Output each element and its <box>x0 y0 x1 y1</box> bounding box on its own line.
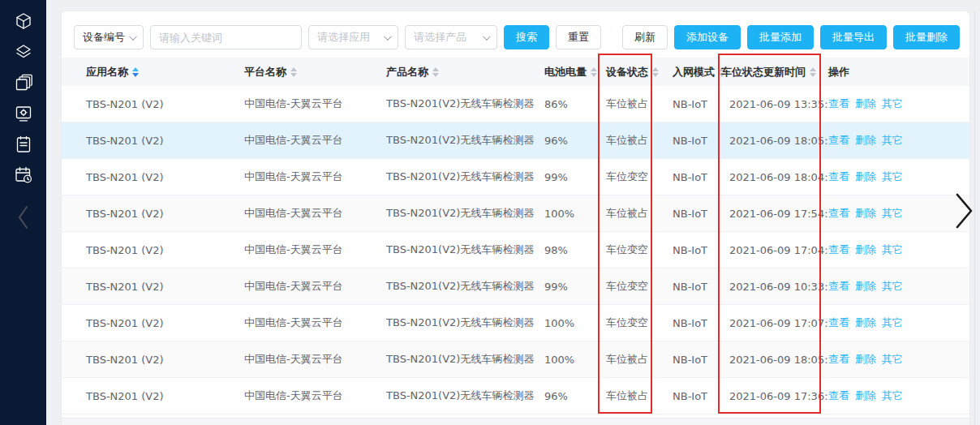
column-header-product-name[interactable]: 产品名称 <box>386 65 544 79</box>
table-row[interactable]: TBS-N201 (V2) 中国电信-天翼云平台 TBS-N201(V2)无线车… <box>62 122 969 159</box>
sidebar-item-monitor-settings[interactable] <box>13 104 34 125</box>
search-field-select[interactable]: 设备编号 <box>74 25 144 49</box>
column-header-app-name[interactable]: 应用名称 <box>86 65 244 79</box>
action-other-link[interactable]: 其它 <box>882 97 903 111</box>
action-button-group: 刷新 添加设备 批量添加 批量导出 批量删除 <box>622 25 960 49</box>
action-view-link[interactable]: 查看 <box>828 97 849 111</box>
cell-battery: 99% <box>544 281 601 293</box>
copies-icon <box>14 73 33 95</box>
add-device-button[interactable]: 添加设备 <box>674 25 741 49</box>
column-header-platform-name[interactable]: 平台名称 <box>244 65 386 79</box>
column-header-operations: 操作 <box>828 65 969 79</box>
cell-product-name: TBS-N201(V2)无线车辆检测器 <box>386 97 544 111</box>
action-view-link[interactable]: 查看 <box>828 279 849 294</box>
action-delete-link[interactable]: 删除 <box>855 352 876 367</box>
cell-product-name: TBS-N201(V2)无线车辆检测器 <box>386 206 544 221</box>
action-delete-link[interactable]: 删除 <box>855 97 876 111</box>
product-select[interactable]: 请选择产品 <box>405 25 497 49</box>
cell-product-name: TBS-N201(V2)无线车辆检测器 <box>386 243 544 257</box>
table-row[interactable]: TBS-N201 (V2) 中国电信-天翼云平台 TBS-N201(V2)无线车… <box>62 159 969 195</box>
action-other-link[interactable]: 其它 <box>882 316 903 330</box>
chevron-left-icon <box>15 204 32 234</box>
sidebar <box>0 0 46 425</box>
column-header-device-status[interactable]: 设备状态 <box>601 65 666 79</box>
batch-export-button[interactable]: 批量导出 <box>820 25 887 49</box>
app-select-placeholder: 请选择应用 <box>317 30 370 45</box>
cell-update-time: 2021-06-09 10:33:09 <box>721 281 828 293</box>
action-delete-link[interactable]: 删除 <box>855 316 876 330</box>
action-other-link[interactable]: 其它 <box>882 206 903 221</box>
cell-app-name: TBS-N201 (V2) <box>86 135 244 147</box>
table-row[interactable]: TBS-N201 (V2) 中国电信-天翼云平台 TBS-N201(V2)无线车… <box>62 378 969 414</box>
cell-platform-name: 中国电信-天翼云平台 <box>244 97 386 111</box>
sidebar-item-reports[interactable] <box>13 135 34 156</box>
page-right-edge-line <box>974 11 975 425</box>
table-row[interactable]: TBS-N201 (V2) 中国电信-天翼云平台 TBS-N201(V2)无线车… <box>62 268 969 305</box>
search-field-value: 设备编号 <box>83 30 125 45</box>
column-header-battery[interactable]: 电池电量 <box>544 65 601 79</box>
cell-network-mode: NB-IoT <box>666 390 721 402</box>
action-view-link[interactable]: 查看 <box>828 316 849 330</box>
sort-icon[interactable] <box>132 67 139 77</box>
search-button[interactable]: 搜索 <box>504 25 549 49</box>
sort-icon[interactable] <box>591 67 597 77</box>
action-other-link[interactable]: 其它 <box>882 243 903 257</box>
sidebar-item-schedule[interactable] <box>13 165 34 187</box>
action-delete-link[interactable]: 删除 <box>855 133 876 148</box>
cell-platform-name: 中国电信-天翼云平台 <box>244 389 386 403</box>
action-other-link[interactable]: 其它 <box>882 170 903 184</box>
sort-icon[interactable] <box>290 67 297 77</box>
cell-platform-name: 中国电信-天翼云平台 <box>244 279 386 294</box>
sort-icon[interactable] <box>652 67 659 77</box>
action-other-link[interactable]: 其它 <box>882 352 903 367</box>
action-view-link[interactable]: 查看 <box>828 352 849 367</box>
cell-product-name: TBS-N201(V2)无线车辆检测器 <box>386 170 544 184</box>
action-delete-link[interactable]: 删除 <box>855 206 876 221</box>
cell-device-status: 车位被占 <box>601 97 666 111</box>
sidebar-item-products[interactable] <box>13 73 34 94</box>
action-delete-link[interactable]: 删除 <box>855 279 876 294</box>
sort-icon[interactable] <box>432 67 439 77</box>
action-view-link[interactable]: 查看 <box>828 170 849 184</box>
column-header-update-time[interactable]: 车位状态更新时间 <box>721 65 828 79</box>
table-row[interactable]: TBS-N201 (V2) 中国电信-天翼云平台 TBS-N201(V2)无线车… <box>62 195 969 232</box>
action-other-link[interactable]: 其它 <box>882 133 903 148</box>
table-row[interactable]: TBS-N201 (V2) 中国电信-天翼云平台 TBS-N201(V2)无线车… <box>62 341 969 378</box>
cell-battery: 100% <box>544 208 601 220</box>
cell-update-time: 2021-06-09 17:07:27 <box>721 317 828 329</box>
action-other-link[interactable]: 其它 <box>882 389 903 403</box>
column-header-network-mode[interactable]: 入网模式 <box>666 65 721 79</box>
sort-icon[interactable] <box>810 67 816 77</box>
batch-add-button[interactable]: 批量添加 <box>747 25 814 49</box>
sidebar-collapse-button[interactable] <box>13 208 34 229</box>
reset-button[interactable]: 重置 <box>556 25 601 49</box>
action-delete-link[interactable]: 删除 <box>855 170 876 184</box>
table-row[interactable]: TBS-N201 (V2) 中国电信-天翼云平台 TBS-N201(V2)无线车… <box>62 305 969 341</box>
cell-update-time: 2021-06-09 18:04:55 <box>721 171 828 183</box>
action-view-link[interactable]: 查看 <box>828 389 849 403</box>
next-row-partial-strip <box>62 418 969 425</box>
cell-product-name: TBS-N201(V2)无线车辆检测器 <box>386 389 544 403</box>
action-other-link[interactable]: 其它 <box>882 279 903 294</box>
refresh-button[interactable]: 刷新 <box>622 25 668 49</box>
search-filter-group: 设备编号 请选择应用 请选择产品 搜索 重置 <box>74 25 601 49</box>
next-page-arrow[interactable] <box>955 192 974 232</box>
action-view-link[interactable]: 查看 <box>828 133 849 148</box>
batch-delete-button[interactable]: 批量删除 <box>893 25 960 49</box>
sidebar-item-devices[interactable] <box>13 11 34 32</box>
cell-product-name: TBS-N201(V2)无线车辆检测器 <box>386 279 544 294</box>
cell-network-mode: NB-IoT <box>666 208 721 220</box>
action-delete-link[interactable]: 删除 <box>855 389 876 403</box>
cell-platform-name: 中国电信-天翼云平台 <box>244 352 386 367</box>
action-delete-link[interactable]: 删除 <box>855 243 876 257</box>
cell-battery: 96% <box>544 390 601 402</box>
cell-operations: 查看删除其它 <box>828 97 969 111</box>
table-row[interactable]: TBS-N201 (V2) 中国电信-天翼云平台 TBS-N201(V2)无线车… <box>62 86 969 122</box>
cell-app-name: TBS-N201 (V2) <box>86 98 244 110</box>
keyword-input[interactable] <box>150 25 302 49</box>
table-row[interactable]: TBS-N201 (V2) 中国电信-天翼云平台 TBS-N201(V2)无线车… <box>62 232 969 268</box>
app-select[interactable]: 请选择应用 <box>308 25 398 49</box>
action-view-link[interactable]: 查看 <box>828 243 849 257</box>
sidebar-item-applications[interactable] <box>13 42 34 63</box>
action-view-link[interactable]: 查看 <box>828 206 849 221</box>
